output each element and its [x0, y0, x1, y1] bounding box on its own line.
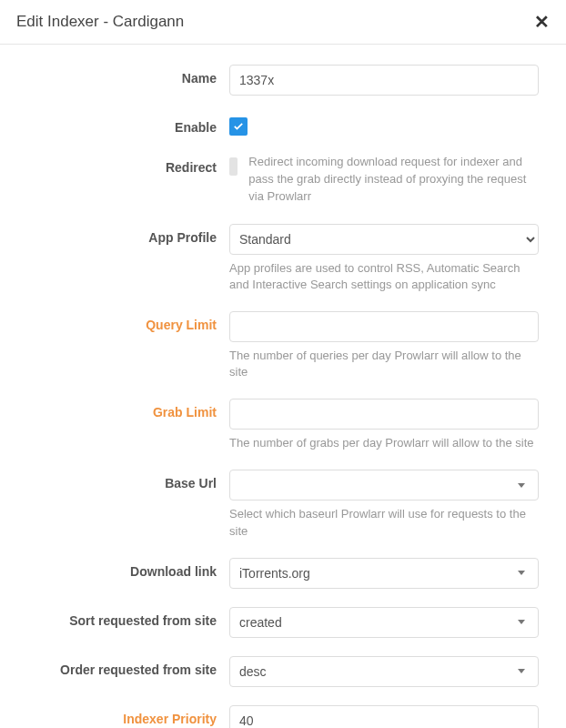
grab-limit-help: The number of grabs per day Prowlarr wil…: [229, 435, 539, 451]
query-limit-help: The number of queries per day Prowlarr w…: [229, 348, 539, 380]
row-redirect: Redirect Redirect incoming download requ…: [27, 145, 539, 215]
label-redirect: Redirect: [27, 154, 229, 175]
label-order: Order requested from site: [27, 656, 229, 677]
query-limit-input[interactable]: [229, 311, 539, 342]
label-sort: Sort requested from site: [27, 607, 229, 628]
download-link-value: iTorrents.org: [239, 566, 310, 581]
label-enable: Enable: [27, 114, 229, 135]
row-name: Name: [27, 56, 539, 105]
row-order: Order requested from site desc: [27, 647, 539, 696]
order-select[interactable]: desc: [229, 656, 539, 687]
label-query-limit: Query Limit: [27, 311, 229, 332]
row-download-link: Download link iTorrents.org: [27, 549, 539, 598]
check-icon: [232, 120, 245, 133]
label-priority: Indexer Priority: [27, 705, 229, 726]
row-enable: Enable: [27, 105, 539, 145]
modal-title: Edit Indexer - Cardigann: [16, 13, 184, 31]
app-profile-help: App profiles are used to control RSS, Au…: [229, 260, 539, 293]
label-download-link: Download link: [27, 558, 229, 579]
row-grab-limit: Grab Limit The number of grabs per day P…: [27, 389, 539, 460]
modal-body: Name Enable Redirect Redirect incoming d…: [0, 45, 566, 728]
enable-checkbox[interactable]: [229, 117, 248, 136]
label-name: Name: [27, 65, 229, 86]
label-app-profile: App Profile: [27, 224, 229, 245]
sort-select[interactable]: created: [229, 607, 539, 638]
base-url-help: Select which baseurl Prowlarr will use f…: [229, 506, 539, 539]
redirect-checkbox[interactable]: [229, 157, 238, 176]
modal-header: Edit Indexer - Cardigann ✕: [0, 0, 566, 45]
row-query-limit: Query Limit The number of queries per da…: [27, 302, 539, 389]
app-profile-select[interactable]: Standard: [229, 224, 539, 255]
caret-down-icon: [518, 483, 525, 488]
priority-input[interactable]: [229, 705, 539, 728]
download-link-select[interactable]: iTorrents.org: [229, 558, 539, 589]
base-url-select[interactable]: [229, 470, 539, 500]
caret-down-icon: [518, 571, 525, 575]
caret-down-icon: [518, 669, 525, 673]
row-priority: Indexer Priority Indexer Priority from 1…: [27, 696, 539, 728]
order-value: desc: [239, 664, 267, 679]
redirect-help: Redirect incoming download request for i…: [248, 154, 539, 206]
row-base-url: Base Url Select which baseurl Prowlarr w…: [27, 460, 539, 548]
label-base-url: Base Url: [27, 470, 229, 490]
name-input[interactable]: [229, 65, 539, 96]
row-app-profile: App Profile Standard App profiles are us…: [27, 215, 539, 302]
label-grab-limit: Grab Limit: [27, 399, 229, 420]
caret-down-icon: [518, 620, 525, 624]
grab-limit-input[interactable]: [229, 399, 539, 430]
close-icon[interactable]: ✕: [534, 13, 550, 31]
sort-value: created: [239, 615, 282, 630]
row-sort: Sort requested from site created: [27, 598, 539, 647]
